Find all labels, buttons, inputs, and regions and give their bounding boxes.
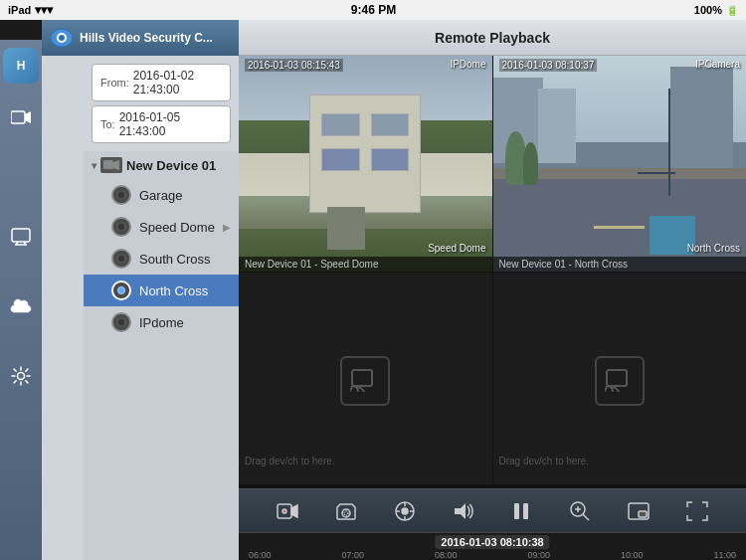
camera-list-icon: [11, 109, 31, 125]
control-bar: [239, 488, 746, 532]
audio-button[interactable]: [446, 493, 481, 529]
battery-label: 100%: [694, 4, 722, 16]
wifi-icon: ▾▾▾: [35, 3, 53, 17]
monitor-nav-icon[interactable]: [3, 219, 39, 255]
camera-item-north-cross[interactable]: North Cross: [84, 275, 239, 306]
svg-rect-2: [12, 229, 30, 242]
timeline-label-3: 08:00: [435, 550, 458, 560]
chevron-right-icon: ▶: [223, 222, 231, 233]
timeline-label-1: 06:00: [249, 550, 272, 560]
video-cell-bottom-left[interactable]: Drag dev/ch to here.: [239, 273, 492, 488]
status-bar: iPad ▾▾▾ 9:46 PM 100% 🔋: [0, 0, 746, 20]
page-title: Remote Playback: [435, 30, 550, 46]
pip-button[interactable]: [621, 493, 656, 529]
camera-item-garage[interactable]: Garage: [84, 179, 239, 211]
svg-marker-25: [455, 503, 466, 519]
timeline-label-6: 11:00: [713, 550, 736, 560]
pause-icon: [510, 500, 532, 522]
camera-item-south-cross[interactable]: South Cross: [84, 243, 239, 275]
video-cell-bottom-right[interactable]: Drag dev/ch to here.: [493, 273, 747, 488]
app-icon[interactable]: H: [3, 48, 39, 84]
camera-label: Speed Dome: [139, 220, 215, 235]
cloud-nav-icon[interactable]: [3, 288, 39, 324]
camera-circle-icon: [111, 249, 131, 269]
to-date-value: 2016-01-05 21:43:00: [119, 110, 222, 138]
timeline[interactable]: 2016-01-03 08:10:38 06:00 07:00 08:00 09…: [239, 532, 746, 560]
video-caption-top-left: New Device 01 - Speed Dome: [239, 257, 492, 272]
title-bar: Remote Playback: [239, 20, 746, 56]
main-content: Remote Playback: [239, 20, 746, 560]
device-header: ▾ New Device 01: [84, 151, 239, 179]
video-grid: 2016-01-03 08:15:43 IPDome Speed Dome Ne…: [239, 56, 746, 488]
sidebar-content: From: 2016-01-02 21:43:00 To: 2016-01-05…: [84, 56, 239, 560]
camera-label: IPdome: [139, 315, 184, 330]
expand-icon[interactable]: ▾: [92, 160, 96, 171]
svg-point-17: [342, 509, 350, 517]
timestamp-top-right: 2016-01-03 08:10:37: [499, 59, 598, 72]
drag-hint-bottom-left: Drag dev/ch to here.: [245, 456, 335, 467]
empty-cell-icon: [595, 356, 645, 406]
ptz-button[interactable]: [387, 493, 423, 529]
pause-button[interactable]: [503, 493, 539, 529]
camera-circle-icon: [111, 280, 131, 300]
to-label: To:: [100, 118, 115, 130]
camera-item-ipdome[interactable]: IPdome: [84, 306, 239, 338]
status-right: 100% 🔋: [694, 4, 738, 16]
to-date-row[interactable]: To: 2016-01-05 21:43:00: [92, 105, 231, 143]
svg-marker-11: [113, 160, 119, 170]
date-section: From: 2016-01-02 21:43:00 To: 2016-01-05…: [84, 56, 239, 151]
camera-nav-icon[interactable]: [3, 99, 39, 135]
timeline-label-4: 09:00: [527, 550, 550, 560]
channel-label-top-right: North Cross: [687, 243, 740, 254]
device-name: New Device 01: [126, 158, 216, 173]
channel-label-top-left: Speed Dome: [428, 243, 485, 254]
video-caption-top-right: New Device 01 - North Cross: [493, 257, 747, 272]
svg-point-24: [402, 508, 408, 514]
zoom-icon: [569, 500, 591, 522]
camera-label: South Cross: [139, 252, 211, 267]
cast-icon: [350, 368, 380, 394]
svg-line-29: [583, 514, 589, 520]
svg-marker-1: [25, 111, 31, 123]
svg-point-18: [344, 511, 348, 515]
svg-rect-0: [11, 111, 25, 123]
camera-circle-icon: [111, 185, 131, 205]
record-button[interactable]: [270, 493, 305, 529]
drag-hint-bottom-right: Drag dev/ch to here.: [499, 456, 590, 467]
main-container: H: [0, 20, 746, 560]
from-date-row[interactable]: From: 2016-01-02 21:43:00: [92, 64, 231, 101]
svg-rect-13: [607, 370, 627, 386]
from-date-value: 2016-01-02 21:43:00: [133, 69, 222, 96]
battery-icon: 🔋: [726, 5, 738, 16]
device-logo-icon: [102, 159, 120, 171]
timeline-label-2: 07:00: [341, 550, 364, 560]
app-title: Hills Video Security C...: [80, 31, 213, 45]
video-overlay-top-left: 2016-01-03 08:15:43 IPDome: [239, 56, 492, 75]
audio-icon: [453, 501, 474, 521]
snapshot-button[interactable]: [328, 493, 364, 529]
pip-icon: [628, 502, 650, 520]
app-logo-icon: [50, 28, 74, 48]
ipad-label: iPad: [8, 4, 31, 16]
video-cell-top-left[interactable]: 2016-01-03 08:15:43 IPDome Speed Dome Ne…: [239, 56, 492, 272]
device-list: ▾ New Device 01 Garage: [84, 151, 239, 338]
app-header: Hills Video Security C...: [42, 20, 239, 56]
camera-label: Garage: [139, 188, 182, 203]
camera-item-speed-dome[interactable]: Speed Dome ▶: [84, 211, 239, 243]
fullscreen-button[interactable]: [679, 493, 715, 529]
sidebar: Hills Video Security C... From: 2016-01-…: [42, 20, 239, 560]
device-icon: [100, 157, 122, 173]
settings-nav-icon[interactable]: [3, 358, 39, 394]
record-icon: [277, 501, 298, 521]
status-left: iPad ▾▾▾: [8, 3, 53, 17]
camera-circle-icon: [111, 217, 131, 237]
cloud-icon: [10, 298, 32, 314]
zoom-button[interactable]: [562, 493, 598, 529]
svg-point-9: [59, 35, 65, 41]
icon-bar: H: [0, 40, 42, 560]
monitor-icon: [11, 228, 31, 246]
video-cell-top-right[interactable]: 2016-01-03 08:10:37 IPCamera North Cross…: [493, 56, 747, 272]
from-label: From:: [100, 77, 129, 89]
svg-rect-27: [523, 503, 528, 519]
svg-point-16: [282, 509, 286, 513]
